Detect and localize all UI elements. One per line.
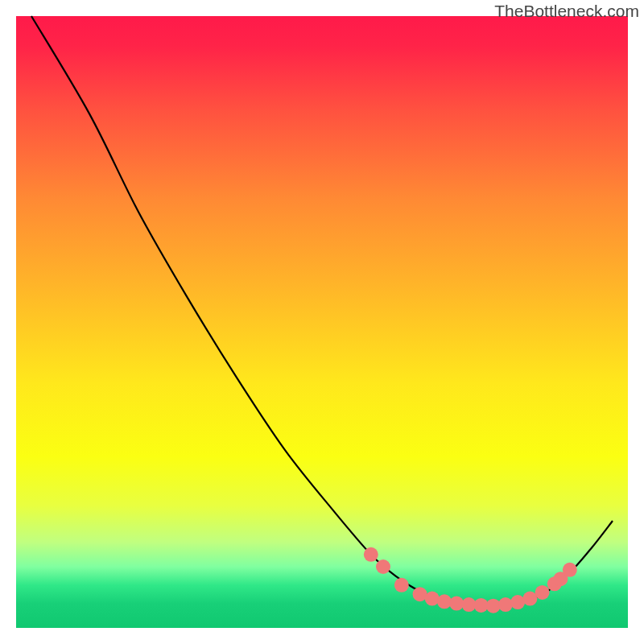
data-point [364, 547, 378, 562]
data-point [394, 578, 409, 592]
data-point [376, 559, 390, 574]
watermark-label: TheBottleneck.com [494, 2, 639, 21]
data-point [425, 592, 440, 606]
data-point [535, 585, 550, 600]
chart-plot-area [0, 0, 644, 644]
data-point [486, 599, 501, 613]
bottleneck-chart: TheBottleneck.com [0, 0, 644, 644]
data-point [510, 595, 525, 609]
data-point [437, 594, 452, 609]
data-point [563, 563, 577, 577]
data-point [449, 597, 464, 611]
gradient-background [16, 16, 628, 628]
data-point [498, 597, 513, 612]
